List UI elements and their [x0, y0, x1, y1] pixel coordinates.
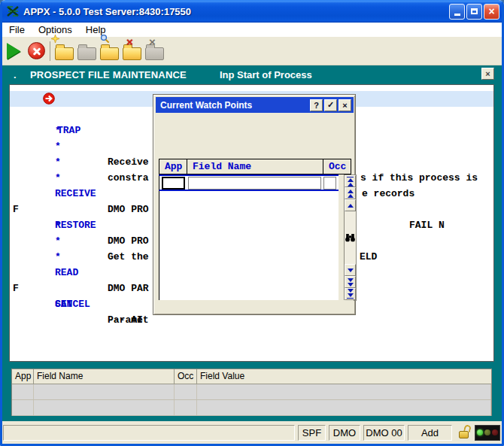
status-application: DMO 00 — [363, 425, 405, 441]
process-close-button[interactable]: × — [481, 68, 494, 80]
magnifier-icon — [100, 34, 110, 44]
new-record-button[interactable] — [53, 39, 75, 63]
watch-points-dialog: Current Watch Points ? ✓ × App Field Nam… — [153, 94, 356, 315]
table-row[interactable] — [12, 384, 491, 400]
minimize-button[interactable] — [449, 4, 465, 20]
watch-table-header: App Field Name Occ — [159, 159, 351, 174]
led-dim-icon — [484, 429, 490, 435]
watch-points-table: App Field Name Occ — [159, 159, 351, 301]
cell-field-value — [197, 384, 491, 399]
status-bar: SPF DMO DMO 00 Add — [2, 421, 502, 444]
scroll-page-down-icon[interactable] — [345, 276, 356, 288]
close-icon: × — [342, 101, 347, 110]
led-red-icon — [492, 429, 498, 435]
status-spf: SPF — [298, 425, 326, 441]
cell-occ — [175, 400, 197, 415]
close-icon: × — [485, 69, 490, 78]
hold-x-icon: × — [149, 38, 156, 47]
open-record-button — [75, 39, 98, 63]
menu-file[interactable]: File — [2, 23, 32, 36]
status-message-cell — [3, 425, 295, 441]
delete-record-button[interactable]: × — [120, 39, 143, 63]
find-record-icon — [100, 47, 119, 60]
dialog-footer — [156, 300, 354, 312]
run-icon — [7, 43, 20, 59]
minimize-icon — [454, 14, 460, 16]
menu-bar: File Options Help — [2, 23, 502, 37]
close-button[interactable]: × — [484, 4, 499, 20]
scroll-page-up-icon[interactable] — [345, 187, 356, 199]
dialog-close-button[interactable]: × — [339, 99, 351, 111]
bottom-watch-table: App Field Name Occ Field Value — [11, 369, 492, 416]
dialog-title: Current Watch Points — [160, 100, 308, 111]
watch-entry-row — [159, 174, 339, 191]
hold-record-icon — [145, 47, 164, 60]
toolbar: × × — [2, 37, 502, 65]
appx-window: APPX - 5.0.0 Test Server:8430:17550 × Fi… — [0, 0, 504, 446]
delete-record-icon — [123, 47, 141, 60]
toolbar-separator — [50, 41, 50, 61]
cell-app — [12, 400, 34, 415]
status-mode: Add — [408, 425, 452, 441]
delete-x-icon: × — [126, 38, 133, 47]
sparkle-icon — [51, 35, 59, 43]
cell-occ — [175, 384, 197, 399]
dialog-scrollbar — [344, 174, 357, 301]
code-command: SET — [55, 296, 72, 312]
table-row[interactable] — [12, 400, 491, 416]
column-header-occ: Occ — [323, 159, 351, 174]
dialog-ok-button[interactable]: ✓ — [324, 99, 337, 111]
find-record-button[interactable] — [98, 39, 120, 63]
unlocked-padlock-icon — [458, 425, 472, 440]
led-green-icon — [477, 429, 483, 435]
dialog-title-bar[interactable]: Current Watch Points ? ✓ × — [156, 97, 354, 113]
process-prefix: . — [14, 69, 29, 80]
binoculars-find-icon[interactable] — [345, 233, 355, 242]
scroll-last-icon[interactable] — [345, 288, 356, 300]
cancel-icon — [28, 42, 45, 59]
hold-record-button: × — [143, 39, 165, 63]
cell-app — [12, 384, 34, 399]
column-header-field-name: Field Name — [187, 159, 323, 174]
dialog-help-button[interactable]: ? — [310, 99, 323, 111]
process-title: PROSPECT FILE MAINTENANCE — [30, 69, 187, 80]
scroll-first-icon[interactable] — [345, 175, 356, 187]
new-record-icon — [55, 47, 74, 60]
column-header-app: App — [159, 159, 187, 174]
field-name-input[interactable] — [188, 177, 321, 190]
scrollbar-track[interactable] — [345, 211, 356, 264]
check-icon: ✓ — [327, 100, 334, 110]
maximize-icon — [471, 8, 478, 14]
help-icon: ? — [314, 101, 319, 110]
window-title: APPX - 5.0.0 Test Server:8430:17550 — [23, 6, 191, 17]
run-button[interactable] — [2, 39, 25, 63]
occ-input[interactable] — [323, 177, 336, 190]
close-icon: × — [488, 6, 494, 17]
code-text: --- AI — [108, 312, 143, 328]
process-header: . PROSPECT FILE MAINTENANCE Inp Start of… — [2, 66, 502, 83]
title-bar[interactable]: APPX - 5.0.0 Test Server:8430:17550 × — [0, 0, 504, 23]
process-subtitle: Inp Start of Process — [220, 69, 312, 80]
open-record-icon — [77, 47, 96, 60]
column-header-app: App — [12, 369, 34, 384]
cell-field-name — [34, 400, 175, 415]
status-database: DMO — [329, 425, 360, 441]
maximize-button[interactable] — [466, 4, 482, 20]
cell-field-value — [197, 400, 491, 415]
app-input[interactable] — [162, 177, 185, 190]
column-header-occ: Occ — [175, 369, 197, 384]
cell-field-name — [34, 384, 175, 399]
scroll-up-icon[interactable] — [345, 199, 356, 211]
bottom-table-header: App Field Name Occ Field Value — [12, 369, 491, 384]
appx-logo-icon — [6, 5, 20, 17]
column-header-field-name: Field Name — [34, 369, 175, 384]
cancel-button[interactable] — [25, 39, 47, 63]
column-header-field-value: Field Value — [197, 369, 491, 384]
connection-led-indicator — [475, 425, 500, 441]
current-statement-arrow-icon — [43, 93, 55, 105]
watch-points-list[interactable] — [159, 191, 339, 301]
scroll-down-icon[interactable] — [345, 264, 356, 276]
